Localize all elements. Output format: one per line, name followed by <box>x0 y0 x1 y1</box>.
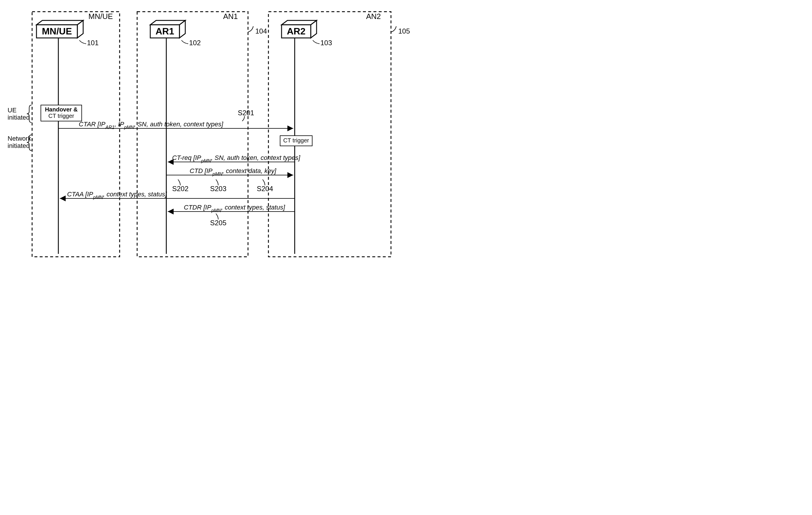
msg-ctd: CTD [IPpMN, context data, key] <box>166 167 293 176</box>
container-mn: MN/UE <box>32 12 120 257</box>
actor-ar1-ref: 102 <box>189 39 201 47</box>
side-label-ue: UE initiated <box>7 105 31 122</box>
actor-ar1: AR1 102 <box>150 21 201 254</box>
container-an2-label: AN2 <box>366 12 381 21</box>
container-an2-ref: 105 <box>398 27 410 35</box>
actor-ar2-label: AR2 <box>287 26 306 36</box>
msg-ctdr: CTDR [IPpMN, context types, status] S205 <box>168 204 295 227</box>
actor-mn-label: MN/UE <box>42 26 72 36</box>
svg-text:CT trigger: CT trigger <box>283 137 309 144</box>
svg-text:initiated: initiated <box>7 142 30 149</box>
trigger-handover: Handover & CT trigger <box>41 105 82 121</box>
step-s201: S201 <box>238 109 254 117</box>
svg-text:CT trigger: CT trigger <box>49 113 75 119</box>
svg-rect-1 <box>137 12 248 257</box>
steps-row: S202 S203 S204 <box>172 179 273 193</box>
msg-ctar: CTAR [IPAR1, IPpMN, SN, auth token, cont… <box>58 109 293 130</box>
svg-rect-2 <box>268 12 391 257</box>
svg-text:UE: UE <box>7 107 17 114</box>
actor-ar1-label: AR1 <box>155 26 174 36</box>
container-an1: AN1 104 <box>137 12 267 257</box>
side-label-net: Network- initiated <box>7 135 33 150</box>
svg-marker-3 <box>36 21 83 25</box>
actor-mn: MN/UE 101 <box>36 21 98 254</box>
step-s204: S204 <box>257 185 273 193</box>
container-an2: AN2 105 <box>268 12 410 257</box>
svg-text:Network-: Network- <box>7 135 33 142</box>
sequence-diagram: MN/UE AN1 104 AN2 105 MN/UE 101 AR1 102 <box>6 6 414 268</box>
msg-ctreq: CT-req [IPpMN, SN, auth token, context t… <box>168 154 300 163</box>
container-an1-label: AN1 <box>223 12 238 21</box>
svg-rect-0 <box>32 12 120 257</box>
actor-mn-ref: 101 <box>87 39 98 47</box>
trigger-ct: CT trigger <box>280 136 312 146</box>
actor-ar2-ref: 103 <box>320 39 332 47</box>
step-s202: S202 <box>172 185 188 193</box>
container-mn-label: MN/UE <box>88 12 113 21</box>
step-s203: S203 <box>210 185 226 193</box>
svg-text:Handover &: Handover & <box>45 106 78 113</box>
step-s205: S205 <box>210 219 226 227</box>
container-an1-ref: 104 <box>255 27 267 35</box>
svg-text:initiated: initiated <box>7 114 30 121</box>
